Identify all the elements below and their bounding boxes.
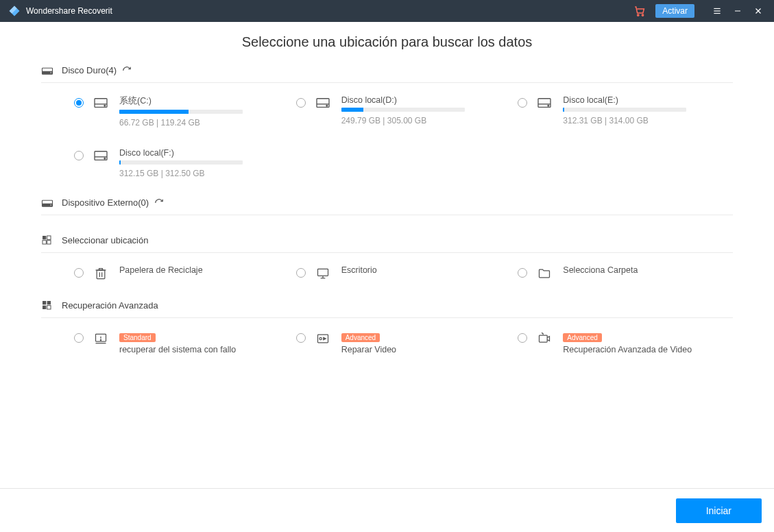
drive-capacity: 312.31 GB | 314.00 GB — [563, 116, 733, 125]
section-title-external: Dispositivo Externo(0) — [62, 197, 149, 208]
drive-icon — [93, 148, 111, 162]
svg-point-13 — [104, 105, 106, 106]
svg-rect-39 — [47, 306, 51, 309]
radio-button[interactable] — [74, 98, 84, 108]
title-bar: Wondershare Recoverit Activar — [0, 0, 774, 22]
app-logo-icon — [8, 5, 21, 17]
page-title: Seleccione una ubicación para buscar los… — [41, 34, 733, 50]
svg-rect-38 — [43, 306, 46, 309]
refresh-icon[interactable] — [122, 66, 132, 75]
menu-icon[interactable] — [710, 3, 725, 19]
svg-rect-26 — [43, 236, 46, 239]
location-item[interactable]: Papelera de Reciclaje — [74, 265, 289, 280]
radio-button[interactable] — [74, 333, 84, 343]
svg-point-1 — [642, 14, 644, 16]
section-title-hdd: Disco Duro(4) — [62, 65, 117, 75]
drive-capacity: 312.15 GB | 312.50 GB — [119, 169, 289, 178]
svg-rect-37 — [47, 301, 51, 304]
drive-icon — [93, 95, 111, 109]
feature-badge: Advanced — [341, 333, 380, 342]
drive-icon — [537, 95, 555, 109]
main-content: Seleccione una ubicación para buscar los… — [0, 22, 774, 357]
svg-point-10 — [51, 72, 52, 73]
advanced-name: recuperar del sistema con fallo — [119, 345, 289, 354]
usage-bar — [341, 108, 465, 112]
svg-rect-27 — [47, 236, 51, 239]
section-select-location: Seleccionar ubicación Papelera de Recicl… — [41, 234, 733, 280]
refresh-icon[interactable] — [154, 198, 164, 208]
advanced-name: Recuperación Avanzada de Video — [563, 345, 733, 354]
radio-button[interactable] — [296, 333, 306, 343]
radio-button[interactable] — [518, 333, 527, 343]
section-external: Dispositivo Externo(0) — [41, 197, 733, 215]
drive-item[interactable]: Disco local(F:)312.15 GB | 312.50 GB — [74, 148, 289, 178]
repair-icon — [315, 330, 333, 346]
svg-rect-46 — [540, 335, 548, 342]
svg-point-22 — [104, 158, 106, 159]
radio-button[interactable] — [74, 268, 84, 278]
svg-point-0 — [638, 14, 639, 16]
location-name: Escritorio — [341, 265, 511, 275]
crashed-icon — [93, 330, 111, 346]
location-name: Selecciona Carpeta — [563, 265, 733, 275]
desktop-icon — [315, 265, 333, 280]
feature-badge: Standard — [119, 333, 156, 342]
drive-capacity: 249.79 GB | 305.00 GB — [341, 116, 511, 125]
recycle-icon — [93, 265, 111, 280]
drive-name: Disco local(D:) — [341, 95, 511, 105]
drive-item[interactable]: Disco local(E:)312.31 GB | 314.00 GB — [518, 95, 733, 128]
section-title-advanced: Recuperación Avanzada — [62, 300, 158, 311]
radio-button[interactable] — [74, 151, 84, 160]
external-device-icon — [41, 198, 55, 208]
svg-point-16 — [326, 105, 328, 106]
section-advanced: Recuperación Avanzada Standardrecuperar … — [41, 300, 733, 357]
advanced-item[interactable]: AdvancedReparar Video — [296, 330, 511, 357]
cart-icon[interactable] — [633, 5, 646, 17]
drive-item[interactable]: Disco local(D:)249.79 GB | 305.00 GB — [296, 95, 511, 128]
folder-icon — [537, 265, 555, 280]
svg-rect-28 — [43, 241, 46, 244]
usage-bar — [119, 110, 243, 114]
app-title: Wondershare Recoverit — [26, 6, 112, 16]
advanced-item[interactable]: Standardrecuperar del sistema con fallo — [74, 330, 289, 357]
drive-name: Disco local(E:) — [563, 95, 733, 105]
svg-rect-33 — [317, 269, 328, 276]
usage-bar — [563, 108, 686, 112]
location-icon — [41, 234, 55, 245]
radio-button[interactable] — [296, 268, 306, 278]
svg-point-19 — [548, 105, 549, 106]
advanced-name: Reparar Video — [341, 345, 511, 354]
minimize-icon[interactable] — [730, 3, 745, 19]
start-button[interactable]: Iniciar — [676, 498, 762, 523]
drive-item[interactable]: 系统(C:)66.72 GB | 119.24 GB — [74, 95, 289, 128]
drive-name: 系统(C:) — [119, 95, 289, 107]
usage-bar — [119, 160, 243, 165]
advanced-icon — [41, 300, 55, 311]
svg-point-25 — [51, 204, 52, 206]
feature-badge: Advanced — [563, 333, 601, 342]
radio-button[interactable] — [296, 98, 306, 108]
svg-rect-29 — [47, 241, 51, 244]
radio-button[interactable] — [518, 268, 527, 278]
activate-button[interactable]: Activar — [655, 4, 694, 18]
advanced-item[interactable]: AdvancedRecuperación Avanzada de Video — [518, 330, 733, 357]
svg-point-45 — [319, 337, 322, 339]
location-name: Papelera de Reciclaje — [119, 265, 289, 275]
svg-rect-30 — [97, 270, 105, 279]
section-title-location: Seleccionar ubicación — [62, 235, 148, 245]
drive-name: Disco local(F:) — [119, 148, 289, 158]
svg-rect-36 — [43, 301, 46, 304]
footer: Iniciar — [0, 488, 774, 532]
drive-capacity: 66.72 GB | 119.24 GB — [119, 118, 289, 128]
location-item[interactable]: Selecciona Carpeta — [518, 265, 733, 280]
svg-point-42 — [100, 339, 101, 340]
section-hard-drive: Disco Duro(4) 系统(C:)66.72 GB | 119.24 GB… — [41, 65, 733, 178]
adv-video-icon — [537, 330, 555, 346]
drive-icon — [315, 95, 333, 109]
location-item[interactable]: Escritorio — [296, 265, 511, 280]
hard-drive-icon — [41, 66, 55, 75]
radio-button[interactable] — [518, 98, 527, 108]
close-icon[interactable] — [751, 3, 766, 19]
